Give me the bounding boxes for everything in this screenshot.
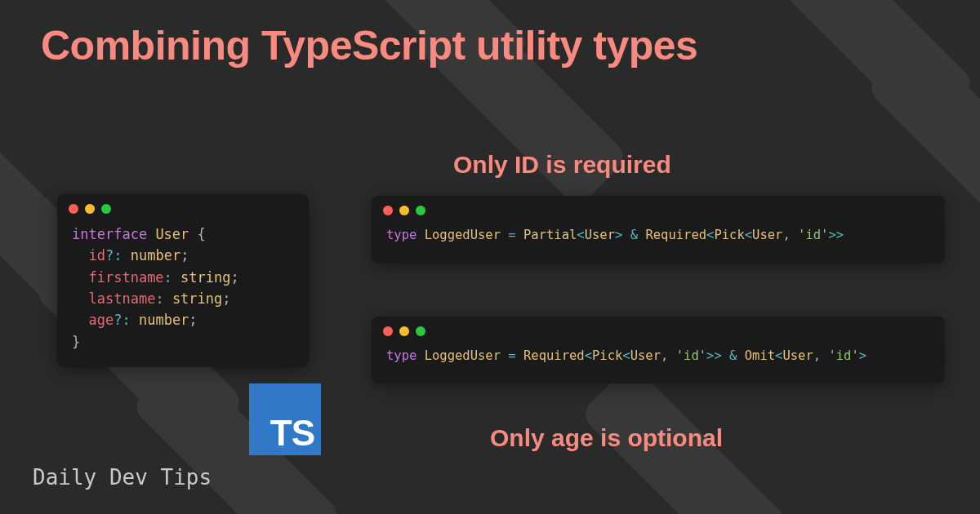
minimize-icon: [399, 326, 409, 336]
minimize-icon: [399, 206, 409, 215]
code-content: interface User { id?: number; firstname:…: [57, 219, 309, 367]
window-controls: [372, 196, 945, 220]
minimize-icon: [85, 204, 95, 214]
label-only-age-optional: Only age is optional: [490, 424, 723, 452]
maximize-icon: [416, 206, 425, 215]
close-icon: [383, 326, 393, 336]
code-block-interface: interface User { id?: number; firstname:…: [57, 194, 309, 367]
close-icon: [383, 206, 393, 215]
code-block-partial-required: type LoggedUser = Partial<User> & Requir…: [372, 196, 945, 263]
window-controls: [57, 194, 309, 219]
label-only-id-required: Only ID is required: [453, 151, 671, 179]
code-content: type LoggedUser = Required<Pick<User, 'i…: [372, 341, 945, 383]
page-title: Combining TypeScript utility types: [41, 23, 697, 70]
close-icon: [69, 204, 78, 214]
code-content: type LoggedUser = Partial<User> & Requir…: [372, 220, 945, 263]
footer-brand: Daily Dev Tips: [33, 465, 212, 490]
window-controls: [372, 317, 945, 341]
typescript-logo-icon: TS: [249, 383, 321, 455]
maximize-icon: [416, 326, 425, 336]
code-block-required-omit: type LoggedUser = Required<Pick<User, 'i…: [372, 317, 945, 383]
maximize-icon: [101, 204, 111, 214]
